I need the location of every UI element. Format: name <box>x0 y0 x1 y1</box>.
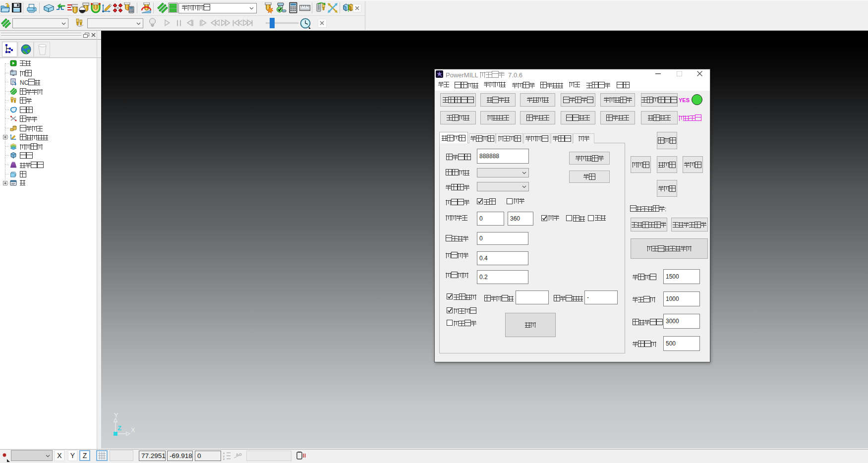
svg-text:Y: Y <box>114 411 118 419</box>
svg-text:X: X <box>131 426 135 434</box>
svg-text:z: z <box>223 458 225 461</box>
svg-text:Z: Z <box>117 424 121 432</box>
